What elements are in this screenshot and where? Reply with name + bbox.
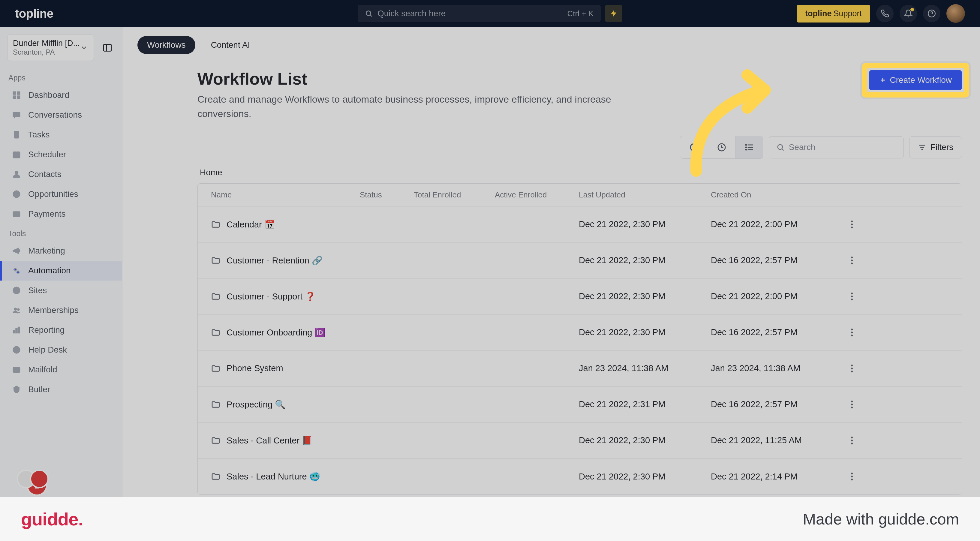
svg-rect-6 (13, 92, 16, 94)
row-name: Customer - Support ❓ (226, 291, 316, 302)
svg-rect-30 (13, 330, 15, 333)
more-vertical-icon (851, 292, 853, 301)
svg-rect-8 (18, 96, 20, 99)
filters-button[interactable]: Filters (909, 136, 962, 158)
table-row[interactable]: Sales - Call Center 📕Dec 21 2022, 2:30 P… (198, 422, 962, 458)
table-row[interactable]: Customer Onboarding 🆔Dec 21 2022, 2:30 P… (198, 315, 962, 350)
row-more-button[interactable] (844, 253, 859, 268)
sidebar-item-reporting[interactable]: Reporting (0, 320, 122, 340)
sidebar-item-label: Mailfold (28, 365, 57, 374)
svg-rect-13 (13, 152, 20, 158)
sidebar-item-sites[interactable]: Sites (0, 280, 122, 300)
question-icon (928, 9, 936, 18)
view-list-button[interactable] (735, 136, 763, 158)
folder-icon (211, 292, 221, 301)
table-row[interactable]: Calendar 📅Dec 21 2022, 2:30 PMDec 21 202… (198, 207, 962, 242)
sidebar-item-label: Reporting (28, 325, 65, 335)
notifications-button[interactable] (900, 5, 917, 22)
last-updated-cell: Dec 21 2022, 2:30 PM (573, 291, 705, 301)
sidebar-item-dashboard[interactable]: Dashboard (0, 85, 122, 105)
svg-line-1 (370, 15, 372, 16)
create-workflow-button[interactable]: Create Workflow (869, 70, 962, 90)
quick-actions-button[interactable] (605, 5, 622, 22)
sidebar-item-payments[interactable]: Payments (0, 204, 122, 224)
sidebar-item-label: Automation (28, 266, 71, 275)
help-button[interactable] (923, 5, 940, 22)
row-name: Customer - Retention 🔗 (226, 255, 323, 266)
view-recent-button[interactable] (680, 136, 708, 158)
row-more-button[interactable] (844, 217, 859, 232)
table-row[interactable]: Prospecting 🔍Dec 21 2022, 2:31 PMDec 16 … (198, 387, 962, 422)
sidebar-item-scheduler[interactable]: Scheduler (0, 145, 122, 164)
row-more-button[interactable] (844, 469, 859, 484)
table-search-placeholder: Search (789, 143, 816, 152)
main: WorkflowsContent AI Workflow List Create… (123, 27, 980, 497)
gears-icon (11, 266, 22, 276)
row-more-button[interactable] (844, 397, 859, 412)
more-vertical-icon (851, 328, 853, 337)
sidebar-item-label: Sites (28, 286, 47, 295)
svg-point-20 (16, 194, 17, 195)
workspace-name: Dunder Mifflin [D... (13, 39, 80, 48)
create-workflow-label: Create Workflow (890, 75, 952, 85)
sidebar-item-butler[interactable]: Butler (0, 380, 122, 399)
svg-point-28 (14, 308, 17, 310)
svg-point-23 (14, 269, 17, 271)
row-more-button[interactable] (844, 325, 859, 340)
row-more-button[interactable] (844, 433, 859, 448)
svg-line-47 (782, 149, 783, 150)
notification-dot (910, 8, 914, 11)
column-header: Status (354, 184, 408, 206)
sidebar-item-opportunities[interactable]: Opportunities (0, 184, 122, 204)
sidebar-item-label: Butler (28, 385, 50, 394)
row-name: Sales - Call Center 📕 (226, 435, 313, 446)
sidebar-item-label: Opportunities (28, 189, 78, 199)
workspace-switcher[interactable]: Dunder Mifflin [D... Scranton, PA (7, 34, 94, 61)
row-more-button[interactable] (844, 361, 859, 376)
sidebar-item-conversations[interactable]: Conversations (0, 105, 122, 125)
sidebar-item-memberships[interactable]: Memberships (0, 300, 122, 320)
table-row[interactable]: Customer - Support ❓Dec 21 2022, 2:30 PM… (198, 278, 962, 315)
sidebar-item-mailfold[interactable]: Mailfold (0, 360, 122, 380)
name-cell: Prospecting 🔍 (198, 399, 354, 410)
phone-icon (881, 9, 889, 18)
global-search-input[interactable]: Quick search here Ctrl + K (358, 5, 601, 22)
megaphone-icon (11, 246, 22, 256)
table-search-input[interactable]: Search (769, 136, 904, 158)
support-button[interactable]: topline Support (797, 5, 870, 22)
tab-workflows[interactable]: Workflows (137, 36, 195, 54)
sidebar-item-marketing[interactable]: Marketing (0, 241, 122, 261)
sidebar-item-tasks[interactable]: Tasks (0, 125, 122, 145)
sidebar-footer-indicator[interactable]: 2 (0, 470, 122, 497)
svg-point-46 (778, 145, 782, 150)
workspace-location: Scranton, PA (13, 48, 80, 56)
sidebar-item-contacts[interactable]: Contacts (0, 164, 122, 184)
svg-point-51 (851, 220, 853, 222)
phone-button[interactable] (876, 5, 894, 22)
sidebar-collapse-button[interactable] (100, 40, 115, 56)
view-scheduled-button[interactable] (708, 136, 735, 158)
tab-content-ai[interactable]: Content AI (201, 36, 260, 54)
svg-point-58 (851, 295, 853, 297)
svg-rect-32 (18, 327, 19, 333)
table-row[interactable]: Customer - Retention 🔗Dec 21 2022, 2:30 … (198, 242, 962, 278)
tabs-row: WorkflowsContent AI (123, 27, 980, 63)
row-more-button[interactable] (844, 289, 859, 304)
sidebar-item-help-desk[interactable]: Help Desk (0, 340, 122, 360)
sidebar-item-label: Scheduler (28, 150, 66, 159)
svg-point-29 (18, 309, 19, 310)
sidebar-item-automation[interactable]: Automation (0, 261, 122, 280)
chevron-down-icon (80, 43, 88, 52)
user-avatar[interactable] (947, 4, 965, 23)
svg-point-70 (851, 439, 853, 441)
name-cell: Sales - Lead Nurture 🥶 (198, 471, 354, 482)
table-row[interactable]: Phone SystemJan 23 2024, 11:38 AMJan 23 … (198, 350, 962, 387)
help-icon (11, 345, 22, 355)
more-vertical-icon (851, 220, 853, 229)
bell-icon (11, 384, 22, 395)
made-with-label: Made with guidde.com (803, 510, 959, 528)
table-row[interactable]: Sales - Lead Nurture 🥶Dec 21 2022, 2:30 … (198, 458, 962, 495)
calendar-icon (11, 150, 22, 160)
workflows-table: NameStatusTotal EnrolledActive EnrolledL… (197, 183, 962, 495)
breadcrumb[interactable]: Home (197, 165, 962, 183)
